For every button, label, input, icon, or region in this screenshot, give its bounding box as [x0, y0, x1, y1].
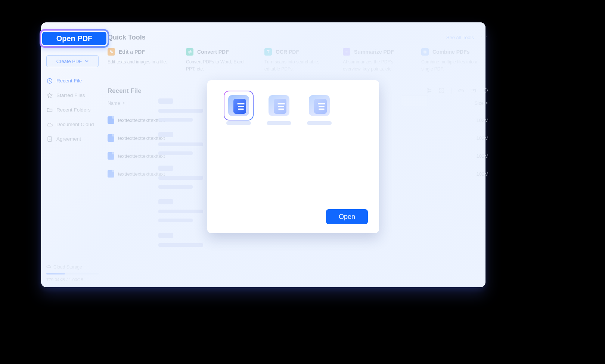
cloud-icon	[46, 264, 51, 270]
chevron-down-icon	[85, 59, 89, 64]
file-thumbnail[interactable]	[304, 95, 334, 125]
sidebar: Open PDF Create PDF Recent File Starred …	[41, 22, 104, 287]
tool-edit-pdf[interactable]: ✎ Edit a PDF Edit texts and images in a …	[108, 48, 175, 72]
convert-icon: ⇄	[186, 48, 193, 56]
folder-icon	[46, 107, 53, 113]
clock-icon	[46, 78, 53, 84]
quick-tools-title: Quick Tools	[108, 34, 146, 41]
tool-desc: Convert PDFs to Word, Excel, PPT, etc.	[186, 59, 253, 72]
grid-view-icon[interactable]	[439, 88, 444, 95]
col-size[interactable]: Size	[466, 101, 488, 106]
create-pdf-label: Create PDF	[56, 59, 82, 64]
tool-label: Summarize PDF	[354, 49, 394, 55]
sidebar-item-label: Recent File	[56, 78, 82, 84]
storage-usage: 779.04KB / 1.00GB	[46, 277, 99, 282]
quick-tools-header: Quick Tools See All Tools ···	[108, 34, 488, 41]
recent-files-popover: Open	[207, 80, 379, 233]
document-icon	[46, 136, 53, 142]
svg-rect-7	[442, 91, 444, 92]
refresh-icon[interactable]	[483, 88, 488, 95]
sidebar-item-folders[interactable]: Recent Folders	[46, 107, 99, 113]
caption-placeholder	[226, 121, 251, 125]
tool-ocr-pdf[interactable]: T OCR PDF Turn scans into searchable, ed…	[264, 48, 332, 72]
sidebar-item-label: Document Cloud	[56, 122, 94, 127]
svg-rect-6	[440, 91, 441, 92]
skeleton-preview	[153, 93, 213, 261]
tool-desc: Edit texts and images in a file.	[108, 59, 175, 66]
col-name-label: Name	[108, 101, 120, 106]
file-size: 102M	[466, 153, 488, 159]
sort-icon	[122, 101, 125, 106]
star-icon	[46, 92, 53, 98]
tool-convert-pdf[interactable]: ⇄ Convert PDF Convert PDFs to Word, Exce…	[186, 48, 253, 72]
svg-rect-2	[427, 89, 429, 90]
view-options	[426, 88, 488, 95]
svg-rect-4	[440, 88, 441, 90]
sidebar-item-label: Recent Folders	[56, 107, 91, 113]
list-view-icon[interactable]	[426, 88, 432, 95]
pdf-file-icon	[108, 170, 114, 178]
col-size-label: Size	[475, 101, 484, 106]
doc-icon	[228, 95, 249, 116]
pdf-file-icon	[108, 152, 114, 160]
tool-desc: AI summarizes the PDF's overview, key po…	[343, 59, 410, 72]
doc-icon	[309, 95, 330, 116]
sidebar-item-label: Starred Files	[56, 92, 85, 98]
tool-desc: Turn scans into searchable, editable PDF…	[264, 59, 332, 72]
tool-label: Edit a PDF	[119, 49, 145, 55]
sort-icon	[485, 101, 488, 106]
file-thumbnail[interactable]	[264, 95, 294, 125]
file-size: 102M	[466, 135, 488, 141]
file-size: 102M	[466, 171, 488, 177]
sidebar-item-recent[interactable]: Recent File	[46, 78, 99, 84]
tool-label: Combine PDFs	[432, 49, 470, 55]
cloud-storage-label: Cloud Storage	[53, 264, 82, 270]
combine-icon: ⧉	[421, 48, 429, 56]
tool-summarize-pdf[interactable]: ≡ Summarize PDF AI summarizes the PDF's …	[343, 48, 410, 72]
open-button-label: Open	[339, 213, 355, 220]
sidebar-nav: Recent File Starred Files Recent Folders…	[46, 78, 99, 142]
svg-rect-3	[427, 91, 429, 92]
app-window: Open PDF Create PDF Recent File Starred …	[41, 22, 485, 287]
see-all-tools-link[interactable]: See All Tools	[446, 35, 474, 40]
file-thumbnails	[224, 95, 368, 125]
tool-label: OCR PDF	[276, 49, 299, 55]
open-button[interactable]: Open	[326, 209, 368, 224]
file-thumbnail[interactable]	[224, 95, 254, 125]
doc-icon	[269, 95, 289, 116]
search-input[interactable]	[402, 95, 428, 106]
ocr-icon: T	[264, 48, 272, 56]
quick-tools-row: ✎ Edit a PDF Edit texts and images in a …	[108, 48, 488, 72]
edit-icon: ✎	[108, 48, 115, 56]
cloud-storage: Cloud Storage 779.04KB / 1.00GB	[46, 264, 99, 282]
more-icon[interactable]: ···	[481, 33, 488, 40]
pdf-file-icon	[108, 134, 114, 142]
summarize-icon: ≡	[343, 48, 350, 56]
sidebar-item-cloud[interactable]: Document Cloud	[46, 121, 99, 128]
open-folder-icon[interactable]	[471, 88, 476, 95]
create-pdf-button[interactable]: Create PDF	[46, 55, 99, 67]
caption-placeholder	[307, 121, 332, 125]
sidebar-item-starred[interactable]: Starred Files	[46, 92, 99, 98]
divider	[451, 88, 452, 94]
cloud-icon	[46, 121, 53, 128]
tool-label: Convert PDF	[197, 49, 229, 55]
upload-to-cloud-icon[interactable]	[458, 88, 464, 95]
open-pdf-button[interactable]: Open PDF	[40, 29, 109, 48]
svg-rect-5	[442, 88, 444, 90]
tool-desc: Combine multiple files into a single PDF…	[421, 59, 488, 72]
storage-bar	[46, 273, 99, 274]
file-size: 102M	[466, 117, 488, 123]
recent-title: Recent File	[108, 87, 142, 95]
sidebar-item-agreement[interactable]: Agreement	[46, 136, 99, 142]
pdf-file-icon	[108, 116, 114, 124]
tool-combine-pdfs[interactable]: ⧉ Combine PDFs Combine multiple files in…	[421, 48, 488, 72]
caption-placeholder	[267, 121, 291, 125]
sidebar-item-label: Agreement	[56, 136, 81, 142]
open-pdf-label: Open PDF	[56, 34, 93, 43]
